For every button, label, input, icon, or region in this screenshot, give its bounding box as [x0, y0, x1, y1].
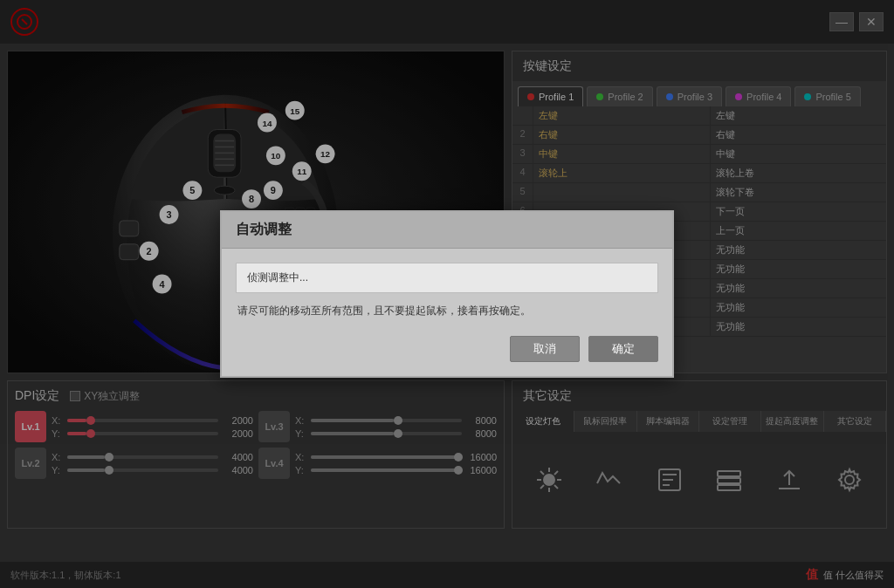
dialog-overlay: 自动调整 侦测调整中... 请尽可能的移动至所有范围，且不要提起鼠标，接着再按确…: [0, 0, 894, 588]
dialog-instruction-text: 请尽可能的移动至所有范围，且不要提起鼠标，接着再按确定。: [236, 304, 658, 318]
dialog-cancel-button[interactable]: 取消: [510, 336, 580, 362]
dialog-buttons: 取消 确定: [236, 336, 658, 362]
dialog-confirm-button[interactable]: 确定: [588, 336, 658, 362]
dialog-body: 侦测调整中... 请尽可能的移动至所有范围，且不要提起鼠标，接着再按确定。 取消…: [222, 249, 672, 376]
dialog-detecting-text: 侦测调整中...: [236, 263, 658, 293]
auto-adjust-dialog: 自动调整 侦测调整中... 请尽可能的移动至所有范围，且不要提起鼠标，接着再按确…: [220, 210, 674, 378]
dialog-title: 自动调整: [222, 212, 672, 249]
